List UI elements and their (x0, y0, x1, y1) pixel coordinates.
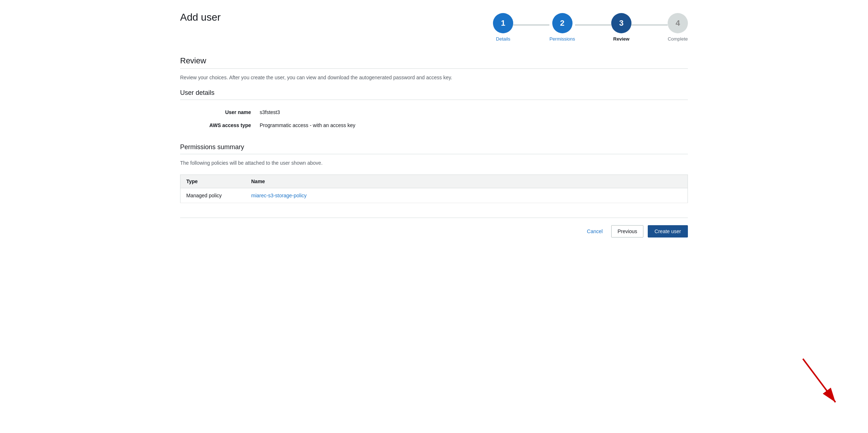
access-type-row: AWS access type Programmatic access - wi… (180, 119, 688, 132)
connector-3-4 (631, 25, 668, 25)
user-details-divider (180, 100, 688, 100)
step-3: 3 Review (611, 13, 631, 42)
page-title: Add user (180, 12, 221, 23)
stepper: 1 Details 2 Permissions 3 Review 4 Compl… (493, 12, 688, 42)
review-title: Review (180, 56, 688, 66)
permissions-section: Permissions summary The following polici… (180, 143, 688, 203)
step-4-circle: 4 (668, 13, 688, 33)
step-1: 1 Details (493, 13, 513, 42)
policy-name-cell: miarec-s3-storage-policy (246, 188, 688, 203)
connector-2-3 (575, 25, 611, 25)
connector-1-2 (513, 25, 549, 25)
step-2: 2 Permissions (549, 13, 575, 42)
create-user-button[interactable]: Create user (648, 225, 688, 237)
username-row: User name s3fstest3 (180, 106, 688, 119)
permissions-divider (180, 154, 688, 154)
permissions-title: Permissions summary (180, 143, 688, 151)
review-divider (180, 68, 688, 69)
user-details-section: User details User name s3fstest3 AWS acc… (180, 89, 688, 132)
step-2-label: Permissions (549, 36, 575, 42)
permissions-description: The following policies will be attached … (180, 160, 688, 166)
review-description: Review your choices. After you create th… (180, 75, 688, 80)
arrow-annotation (792, 355, 850, 413)
step-1-label: Details (496, 36, 510, 42)
column-name: Name (246, 175, 688, 188)
username-label: User name (180, 109, 260, 115)
step-2-circle: 2 (552, 13, 573, 33)
username-value: s3fstest3 (260, 109, 280, 115)
access-type-value: Programmatic access - with an access key (260, 122, 356, 128)
step-4-label: Complete (668, 36, 688, 42)
step-3-circle: 3 (611, 13, 631, 33)
step-3-label: Review (613, 36, 630, 42)
previous-button[interactable]: Previous (611, 225, 643, 237)
step-1-circle: 1 (493, 13, 513, 33)
svg-line-1 (803, 359, 835, 402)
column-type: Type (180, 175, 246, 188)
user-details-title: User details (180, 89, 688, 97)
user-details-table: User name s3fstest3 AWS access type Prog… (180, 106, 688, 132)
footer: Cancel Previous Create user (180, 218, 688, 237)
review-section: Review Review your choices. After you cr… (180, 56, 688, 80)
cancel-button[interactable]: Cancel (583, 226, 607, 237)
permissions-table: Type Name Managed policy miarec-s3-stora… (180, 175, 688, 203)
access-type-label: AWS access type (180, 122, 260, 128)
step-4: 4 Complete (668, 13, 688, 42)
policy-row: Managed policy miarec-s3-storage-policy (180, 188, 688, 203)
policy-type: Managed policy (180, 188, 246, 203)
policy-link[interactable]: miarec-s3-storage-policy (251, 193, 307, 198)
